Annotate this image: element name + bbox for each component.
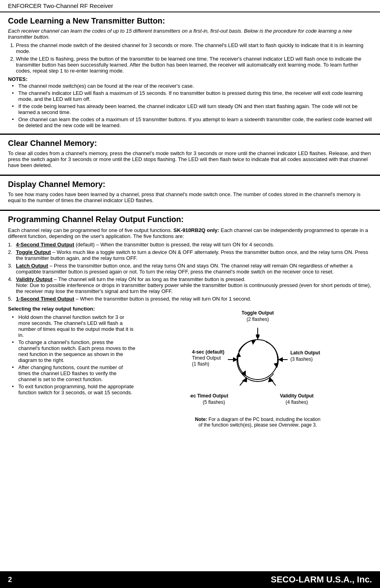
function-1-desc: (default) – When the transmitter button … (74, 242, 274, 248)
toggle-output-sublabel: (2 flashes) (247, 317, 269, 322)
relay-functions-list: 1. 4-Second Timed Output (default) – Whe… (8, 242, 372, 302)
relay-note: Note: For a diagram of the PC board, inc… (195, 417, 321, 428)
section-code-learning: Code Learning a New Transmitter Button: … (0, 12, 380, 135)
select-bullet-4: To exit function programming, hold the a… (12, 383, 135, 395)
relay-left-panel: Selecting the relay output function: Hol… (8, 306, 135, 428)
one-sec-sublabel: (5 flashes) (203, 399, 225, 405)
function-3: 3. Latch Output – Press the transmitter … (8, 263, 372, 275)
page: ENFORCER Two-Channel RF Receiver Code Le… (0, 0, 380, 588)
page-title: ENFORCER Two-Channel RF Receiver (8, 2, 113, 9)
relay-diagram: Toggle Output (2 flashes) 4-sec (default… (190, 306, 325, 413)
timed-output-sublabel: (1 flash) (192, 361, 209, 367)
function-2: 2. Toggle Output – Works much like a tog… (8, 249, 372, 261)
select-bullet-2: To change a channel's function, press th… (12, 339, 135, 363)
section-display-channel: Display Channel Memory: To see how many … (0, 176, 380, 211)
section-code-learning-intro: Each receiver channel can learn the code… (8, 28, 372, 40)
latch-output-sublabel: (3 flashes) (290, 356, 313, 362)
clear-channel-title: Clear Channel Memory: (8, 139, 372, 148)
svg-marker-16 (251, 340, 256, 345)
section-clear-channel: Clear Channel Memory: To clear all codes… (0, 135, 380, 176)
function-4: 4. Validity Output – The channel will tu… (8, 276, 372, 294)
one-sec-label: 1-sec Timed Output (190, 393, 228, 399)
notes-list: The channel mode switch(es) can be found… (8, 83, 372, 128)
toggle-output-label: Toggle Output (241, 310, 274, 316)
relay-right-panel: Toggle Output (2 flashes) 4-sec (default… (143, 306, 372, 428)
relay-bottom: Selecting the relay output function: Hol… (8, 306, 372, 428)
latch-output-label: Latch Output (290, 350, 320, 356)
select-bullet-1: Hold down the channel function switch fo… (12, 314, 135, 338)
function-4-label: Validity Output (16, 276, 53, 282)
validity-label: Validity Output (280, 393, 314, 399)
timed-output-label: 4-sec (default) (192, 349, 224, 355)
display-channel-title: Display Channel Memory: (8, 180, 372, 189)
selecting-bullets: Hold down the channel function switch fo… (8, 314, 135, 395)
notes-label: NOTES: (8, 76, 372, 82)
function-3-label: Latch Output (16, 263, 48, 269)
note-bold: Note: (195, 417, 208, 422)
relay-title: Programming Channel Relay Output Functio… (8, 215, 372, 224)
function-4-note: Note: Due to possible interference or dr… (16, 282, 371, 294)
validity-sublabel: (4 flashes) (286, 399, 308, 405)
clear-channel-body: To clear all codes from a channel's memo… (8, 150, 372, 168)
note-3: If the code being learned has already be… (12, 103, 372, 115)
section-code-learning-title: Code Learning a New Transmitter Button: (8, 16, 372, 26)
step-2: While the LED is flashing, press the but… (16, 56, 372, 74)
function-5: 5. 1-Second Timed Output – When the tran… (8, 296, 372, 302)
note-1: The channel mode switch(es) can be found… (12, 83, 372, 89)
function-2-label: Toggle Output (16, 249, 51, 255)
footer-page-number: 2 (8, 576, 12, 584)
svg-marker-15 (236, 352, 241, 357)
function-1: 1. 4-Second Timed Output (default) – Whe… (8, 242, 372, 248)
section-relay: Programming Channel Relay Output Functio… (0, 211, 380, 571)
function-5-desc: – When the transmitter button is pressed… (74, 296, 251, 302)
select-bullet-3: After changing functions, count the numb… (12, 364, 135, 382)
footer: 2 SECO-LARM U.S.A., Inc. (0, 571, 380, 588)
function-2-desc: – Works much like a toggle switch to tur… (16, 249, 368, 261)
function-5-label: 1-Second Timed Output (16, 296, 74, 302)
relay-intro-bold: SK-910RB2Q only: (174, 227, 219, 233)
step-1: Press the channel mode switch of the des… (16, 42, 372, 54)
function-1-label: 4-Second Timed Output (16, 242, 74, 248)
relay-intro: Each channel relay can be programmed for… (8, 227, 372, 239)
function-4-desc: – The channel will turn the relay ON for… (53, 276, 246, 282)
note-4: One channel can learn the codes of a max… (12, 116, 372, 128)
selecting-title: Selecting the relay output function: (8, 306, 135, 312)
footer-company: SECO-LARM U.S.A., Inc. (271, 574, 372, 585)
timed-output-label2: Timed Output (192, 355, 221, 361)
function-3-desc: – Press the transmitter button once, and… (16, 263, 353, 275)
relay-diagram-svg: Toggle Output (2 flashes) 4-sec (default… (190, 306, 325, 413)
code-learning-steps: Press the channel mode switch of the des… (16, 42, 372, 74)
svg-marker-6 (278, 357, 283, 362)
note-2: The channel's indicator LED will flash a… (12, 90, 372, 102)
page-header: ENFORCER Two-Channel RF Receiver (0, 0, 380, 12)
display-channel-body: To see how many codes have been learned … (8, 191, 372, 203)
note-italic: Overview (278, 422, 298, 428)
